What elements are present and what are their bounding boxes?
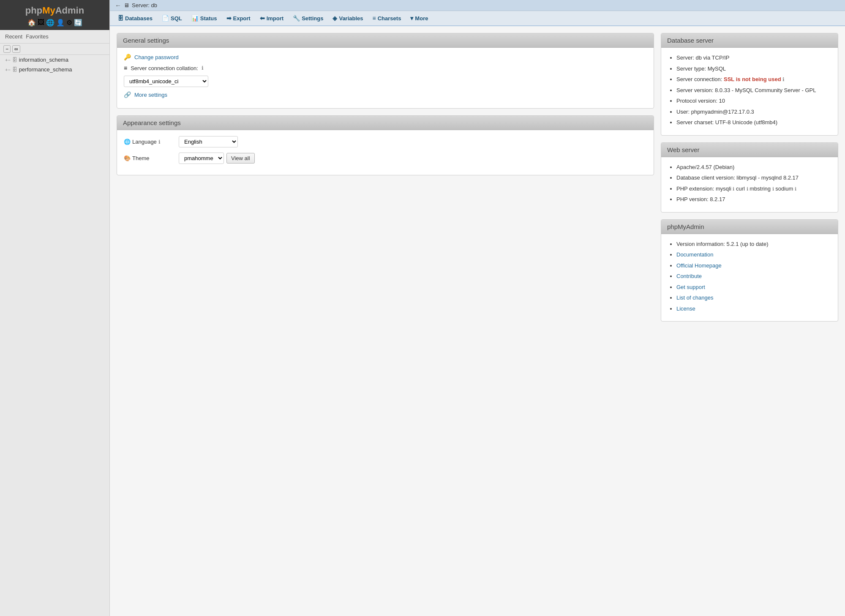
more-settings-icon: 🔗 bbox=[124, 91, 131, 98]
favorites-link[interactable]: Favorites bbox=[26, 33, 48, 40]
theme-icon: 🎨 bbox=[124, 155, 131, 161]
collation-icon: ≡ bbox=[124, 65, 127, 71]
more-settings-link[interactable]: More settings bbox=[134, 92, 167, 98]
sodium-info-icon[interactable]: ℹ bbox=[795, 186, 796, 191]
web-server-header: Web server bbox=[661, 143, 838, 157]
user-icon[interactable]: 👤 bbox=[56, 19, 65, 27]
official-homepage-link[interactable]: Official Homepage bbox=[676, 262, 722, 269]
right-panel: Database server Server: db via TCP/IP Se… bbox=[661, 33, 838, 609]
more-icon: ▾ bbox=[410, 15, 413, 22]
password-icon: 🔑 bbox=[124, 54, 131, 60]
language-icon: 🌐 bbox=[124, 139, 131, 145]
ssl-warning: SSL is not being used bbox=[724, 76, 781, 82]
sidebar-icon-bar: 🏠 🖼 🌐 👤 ⚙ 🔄 bbox=[7, 19, 103, 27]
theme-label: 🎨 Theme bbox=[124, 155, 174, 161]
general-settings-card: General settings 🔑 Change password ≡ Ser… bbox=[117, 33, 654, 109]
curl-info-icon[interactable]: ℹ bbox=[747, 186, 748, 191]
license-link[interactable]: License bbox=[676, 305, 695, 312]
nav-export[interactable]: ➡ Export bbox=[222, 13, 255, 24]
recent-icon[interactable]: 🖼 bbox=[38, 19, 44, 27]
server-label: Server: db bbox=[132, 2, 157, 8]
collation-select[interactable]: utf8mb4_unicode_ci bbox=[124, 76, 208, 87]
main-area: ← 🖥 Server: db 🗄 Databases 📄 SQL 📊 Statu… bbox=[110, 0, 845, 616]
db-server-item-4: Protocol version: 10 bbox=[676, 97, 831, 105]
back-button[interactable]: ← bbox=[115, 2, 121, 9]
web-server-item-2: PHP extension: mysqli ℹ curl ℹ mbstring … bbox=[676, 185, 831, 193]
mysqli-info-icon[interactable]: ℹ bbox=[733, 186, 734, 191]
collation-info-icon[interactable]: ℹ bbox=[202, 65, 204, 71]
topbar: ← 🖥 Server: db 🗄 Databases 📄 SQL 📊 Statu… bbox=[110, 0, 845, 26]
status-icon: 📊 bbox=[191, 15, 199, 22]
theme-select-wrapper: pmahomme View all bbox=[179, 153, 255, 164]
general-settings-header: General settings bbox=[117, 33, 654, 48]
logo-php: php bbox=[25, 5, 42, 16]
nav-settings[interactable]: 🔧 Settings bbox=[289, 13, 327, 24]
nav-status[interactable]: 📊 Status bbox=[187, 13, 221, 24]
home-icon[interactable]: 🏠 bbox=[27, 19, 36, 27]
web-server-item-1: Database client version: libmysql - mysq… bbox=[676, 174, 831, 182]
nav-charsets[interactable]: ≡ Charsets bbox=[368, 13, 406, 24]
sidebar-logo: phpMyAdmin 🏠 🖼 🌐 👤 ⚙ 🔄 bbox=[0, 0, 109, 30]
nav-sql-label: SQL bbox=[171, 15, 182, 22]
change-password-row: 🔑 Change password bbox=[124, 54, 647, 60]
version-info: Version information: 5.2.1 (up to date) bbox=[676, 240, 831, 248]
recent-link[interactable]: Recent bbox=[5, 33, 22, 40]
sidebar-nav: Recent Favorites bbox=[0, 30, 109, 44]
db-information-schema[interactable]: +− 🗄 information_schema bbox=[0, 55, 109, 65]
database-server-card: Database server Server: db via TCP/IP Se… bbox=[661, 33, 838, 136]
nav-databases[interactable]: 🗄 Databases bbox=[113, 13, 157, 24]
link-button[interactable]: ∞ bbox=[12, 45, 20, 53]
pma-link-documentation: Documentation bbox=[676, 251, 831, 259]
expand-icon-2: +− bbox=[5, 67, 11, 72]
language-label: 🌐 Language ℹ bbox=[124, 139, 174, 145]
collation-label-row: ≡ Server connection collation: ℹ bbox=[124, 65, 647, 71]
view-all-button[interactable]: View all bbox=[226, 153, 255, 164]
db-server-item-3: Server version: 8.0.33 - MySQL Community… bbox=[676, 86, 831, 95]
settings-icon[interactable]: ⚙ bbox=[66, 19, 72, 27]
db-name-information-schema: information_schema bbox=[19, 57, 68, 63]
nav-export-label: Export bbox=[233, 15, 251, 22]
db-performance-schema[interactable]: +− 🗄 performance_schema bbox=[0, 65, 109, 74]
language-row: 🌐 Language ℹ English bbox=[124, 136, 647, 147]
collapse-all-button[interactable]: − bbox=[3, 45, 11, 53]
phpmyadmin-body: Version information: 5.2.1 (up to date) … bbox=[661, 234, 838, 322]
globe-icon[interactable]: 🌐 bbox=[46, 19, 55, 27]
language-select[interactable]: English bbox=[179, 136, 238, 147]
contribute-link[interactable]: Contribute bbox=[676, 273, 702, 279]
content-area: General settings 🔑 Change password ≡ Ser… bbox=[110, 26, 845, 616]
nav-more[interactable]: ▾ More bbox=[406, 13, 432, 24]
expand-icon: +− bbox=[5, 57, 11, 63]
database-server-list: Server: db via TCP/IP Server type: MySQL… bbox=[668, 54, 831, 127]
theme-select[interactable]: pmahomme bbox=[179, 153, 224, 164]
sidebar: phpMyAdmin 🏠 🖼 🌐 👤 ⚙ 🔄 Recent Favorites … bbox=[0, 0, 110, 616]
nav-databases-label: Databases bbox=[125, 15, 153, 22]
mbstring-info-icon[interactable]: ℹ bbox=[772, 186, 774, 191]
databases-icon: 🗄 bbox=[117, 15, 123, 22]
ssl-info-icon[interactable]: ℹ bbox=[782, 76, 785, 82]
settings-nav-icon: 🔧 bbox=[293, 15, 300, 22]
documentation-link[interactable]: Documentation bbox=[676, 251, 713, 258]
nav-status-label: Status bbox=[200, 15, 217, 22]
logo-my: My bbox=[42, 5, 55, 16]
pma-link-changes: List of changes bbox=[676, 294, 831, 302]
get-support-link[interactable]: Get support bbox=[676, 284, 705, 290]
nav-variables[interactable]: ◈ Variables bbox=[328, 13, 367, 24]
topbar-nav: 🗄 Databases 📄 SQL 📊 Status ➡ Export ⬅ Im… bbox=[110, 11, 845, 25]
nav-sql[interactable]: 📄 SQL bbox=[158, 13, 186, 24]
nav-variables-label: Variables bbox=[339, 15, 363, 22]
list-of-changes-link[interactable]: List of changes bbox=[676, 294, 713, 301]
nav-more-label: More bbox=[415, 15, 428, 22]
refresh-icon[interactable]: 🔄 bbox=[74, 19, 82, 27]
change-password-link[interactable]: Change password bbox=[134, 54, 179, 60]
nav-import[interactable]: ⬅ Import bbox=[256, 13, 288, 24]
more-settings-row: 🔗 More settings bbox=[124, 91, 647, 98]
language-info-icon[interactable]: ℹ bbox=[158, 139, 161, 145]
db-server-item-0: Server: db via TCP/IP bbox=[676, 54, 831, 62]
phpmyadmin-header: phpMyAdmin bbox=[661, 220, 838, 234]
web-server-item-3: PHP version: 8.2.17 bbox=[676, 195, 831, 204]
export-icon: ➡ bbox=[226, 15, 232, 22]
db-server-item-6: Server charset: UTF-8 Unicode (utf8mb4) bbox=[676, 118, 831, 127]
pma-link-contribute: Contribute bbox=[676, 272, 831, 281]
db-icon-2: 🗄 bbox=[12, 67, 17, 73]
collation-label: Server connection collation: bbox=[131, 65, 198, 71]
